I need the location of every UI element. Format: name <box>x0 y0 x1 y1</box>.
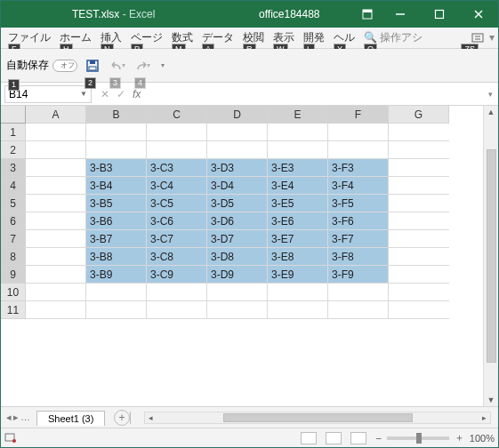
column-header[interactable]: B <box>86 106 147 124</box>
cell[interactable]: 3-F6 <box>328 212 389 230</box>
cell[interactable] <box>389 159 449 177</box>
cell[interactable] <box>389 195 449 212</box>
zoom-out-button[interactable]: − <box>375 433 381 444</box>
row-header[interactable]: 7 <box>1 230 26 248</box>
cell[interactable] <box>389 177 449 195</box>
tab-split-handle[interactable] <box>130 412 133 424</box>
tab-help[interactable]: ヘルY <box>330 28 358 48</box>
scroll-down-icon[interactable]: ▼ <box>487 396 495 404</box>
cell[interactable]: 3-C9 <box>147 266 207 284</box>
cell[interactable] <box>268 124 328 141</box>
cell[interactable] <box>328 124 389 141</box>
cell[interactable] <box>328 141 389 159</box>
view-normal-button[interactable] <box>301 432 317 444</box>
cell[interactable] <box>389 266 449 284</box>
column-header[interactable]: A <box>26 106 86 124</box>
cell[interactable] <box>86 141 147 159</box>
sheet-tab[interactable]: Sheet1 (3) <box>36 411 105 426</box>
cell[interactable] <box>86 301 147 319</box>
cell[interactable]: 3-D3 <box>207 159 268 177</box>
undo-button[interactable]: ▾ 3 <box>108 56 127 76</box>
cell[interactable] <box>389 284 449 301</box>
ribbon-display-options-button[interactable] <box>354 1 381 28</box>
cell[interactable] <box>26 301 86 319</box>
cell[interactable]: 3-F7 <box>328 230 389 248</box>
cell[interactable] <box>26 266 86 284</box>
cell[interactable]: 3-C7 <box>147 230 207 248</box>
cell[interactable]: 3-C6 <box>147 212 207 230</box>
scroll-left-icon[interactable]: ◂ <box>145 413 157 422</box>
cell[interactable] <box>207 141 268 159</box>
cell[interactable]: 3-C8 <box>147 248 207 266</box>
row-header[interactable]: 3 <box>1 159 26 177</box>
cell[interactable] <box>26 248 86 266</box>
close-button[interactable] <box>459 1 498 28</box>
row-header[interactable]: 6 <box>1 212 26 230</box>
view-pagelayout-button[interactable] <box>326 432 342 444</box>
cell[interactable] <box>26 159 86 177</box>
cell[interactable] <box>86 124 147 141</box>
cell[interactable]: 3-D8 <box>207 248 268 266</box>
cell[interactable] <box>26 124 86 141</box>
tab-view[interactable]: 表示W <box>270 28 298 48</box>
cell[interactable] <box>268 284 328 301</box>
cell[interactable] <box>26 195 86 212</box>
cell[interactable] <box>26 141 86 159</box>
column-header[interactable]: D <box>207 106 268 124</box>
sheet-nav-next[interactable]: ▸ <box>13 412 19 423</box>
row-header[interactable]: 4 <box>1 177 26 195</box>
tab-home[interactable]: ホームH <box>56 28 95 48</box>
cell[interactable]: 3-C3 <box>147 159 207 177</box>
cell[interactable] <box>26 212 86 230</box>
cell[interactable]: 3-B6 <box>86 212 147 230</box>
fx-button[interactable]: fx <box>133 88 141 100</box>
cell[interactable] <box>389 230 449 248</box>
maximize-button[interactable] <box>420 1 459 28</box>
cell[interactable] <box>207 284 268 301</box>
cell[interactable]: 3-E5 <box>268 195 328 212</box>
tab-developer[interactable]: 開発L <box>300 28 328 48</box>
cell[interactable]: 3-F3 <box>328 159 389 177</box>
sheet-nav-more[interactable]: … <box>20 412 29 423</box>
qat-customize[interactable]: ▾ <box>161 61 165 69</box>
cell[interactable] <box>389 212 449 230</box>
cancel-formula-button[interactable]: ✕ <box>101 88 109 100</box>
view-pagebreak-button[interactable] <box>350 432 366 444</box>
horizontal-scrollbar[interactable]: ◂ ▸ <box>144 412 491 424</box>
cell[interactable]: 3-B5 <box>86 195 147 212</box>
tab-formulas[interactable]: 数式M <box>168 28 197 48</box>
sheet-nav-prev[interactable]: ◂ <box>6 412 12 423</box>
column-header[interactable]: G <box>389 106 449 124</box>
row-header[interactable]: 1 <box>1 124 26 141</box>
cell[interactable]: 3-E6 <box>268 212 328 230</box>
row-header[interactable]: 11 <box>1 301 26 319</box>
cell[interactable] <box>26 177 86 195</box>
cell[interactable]: 3-E3 <box>268 159 328 177</box>
cell[interactable]: 3-D5 <box>207 195 268 212</box>
save-button[interactable]: 2 <box>83 56 102 76</box>
record-macro-icon[interactable] <box>4 431 17 445</box>
select-all-corner[interactable] <box>1 106 26 124</box>
cell[interactable]: 3-F4 <box>328 177 389 195</box>
tab-insert[interactable]: 挿入N <box>97 28 125 48</box>
cell[interactable]: 3-D6 <box>207 212 268 230</box>
column-header[interactable]: C <box>147 106 207 124</box>
cell[interactable]: 3-F8 <box>328 248 389 266</box>
row-header[interactable]: 9 <box>1 266 26 284</box>
cell[interactable] <box>26 230 86 248</box>
cell[interactable]: 3-B4 <box>86 177 147 195</box>
cell[interactable]: 3-F5 <box>328 195 389 212</box>
scroll-thumb[interactable] <box>487 149 496 363</box>
zoom-in-button[interactable]: ＋ <box>455 431 464 444</box>
cell[interactable]: 3-B7 <box>86 230 147 248</box>
enter-formula-button[interactable]: ✓ <box>117 88 125 100</box>
cell[interactable]: 3-F9 <box>328 266 389 284</box>
cell-grid[interactable]: ABCDEFG1233-B33-C33-D33-E33-F343-B43-C43… <box>1 106 483 319</box>
new-sheet-button[interactable]: ＋ <box>114 410 130 426</box>
column-header[interactable]: E <box>268 106 328 124</box>
cell[interactable] <box>147 141 207 159</box>
scroll-thumb[interactable] <box>223 413 413 422</box>
minimize-button[interactable] <box>381 1 420 28</box>
tab-data[interactable]: データA <box>198 28 237 48</box>
row-header[interactable]: 2 <box>1 141 26 159</box>
